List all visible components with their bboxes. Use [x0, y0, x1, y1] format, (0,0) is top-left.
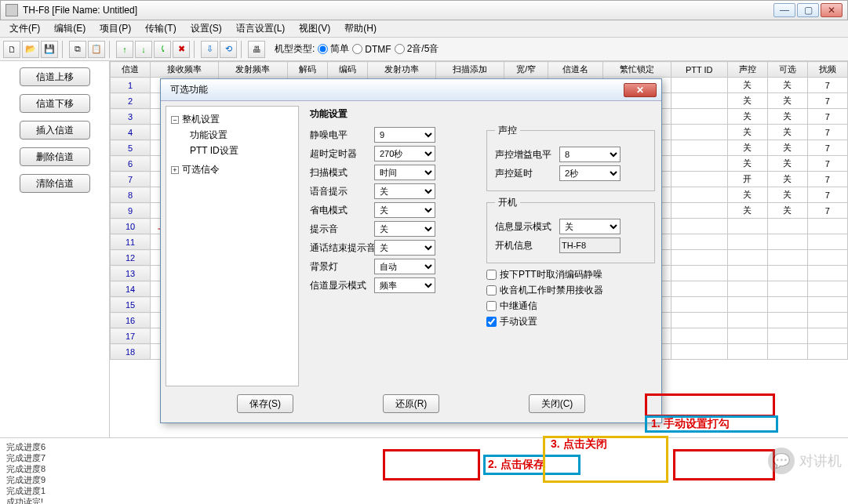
insert-icon[interactable]: ⤹: [154, 41, 171, 58]
field-静噪电平[interactable]: 9: [374, 127, 435, 143]
menu-settings[interactable]: 设置(S): [184, 20, 228, 37]
dialog-tree[interactable]: −整机设置 功能设置 PTT ID设置 +可选信令: [166, 106, 299, 386]
col-header[interactable]: 信道: [111, 62, 151, 78]
write-icon[interactable]: ⟲: [220, 41, 237, 58]
boot-info: [559, 237, 621, 253]
menu-bar: 文件(F) 编辑(E) 项目(P) 传输(T) 设置(S) 语言设置(L) 视图…: [0, 20, 848, 38]
delete-icon[interactable]: ✖: [173, 41, 190, 58]
checkbox-收音机工作时禁用接收器[interactable]: 收音机工作时禁用接收器: [486, 284, 655, 297]
window-titlebar: TH-F8 [File Name: Untitled] — ▢ ✕: [0, 0, 848, 20]
log-panel: 完成进度6完成进度7完成进度8完成进度9完成进度1成功读完!端口关闭。: [0, 437, 848, 504]
chat-icon: 💬: [768, 448, 795, 474]
field-扫描模式[interactable]: 时间: [374, 165, 435, 180]
col-header[interactable]: PTT ID: [671, 62, 727, 78]
field-声控延时[interactable]: 2秒: [559, 165, 621, 181]
menu-file[interactable]: 文件(F): [3, 20, 46, 37]
restore-button[interactable]: 还原(R): [383, 394, 439, 413]
ch-delete-button[interactable]: 删除信道: [20, 147, 90, 166]
form-title: 功能设置: [310, 107, 655, 121]
menu-edit[interactable]: 编辑(E): [48, 20, 92, 37]
field-超时定时器[interactable]: 270秒: [374, 146, 435, 161]
sidebar: 信道上移 信道下移 插入信道 删除信道 清除信道: [0, 61, 110, 437]
window-title: TH-F8 [File Name: Untitled]: [23, 5, 137, 16]
minimize-button[interactable]: —: [773, 3, 795, 17]
col-header[interactable]: 扰频: [807, 62, 847, 78]
col-header[interactable]: 繁忙锁定: [602, 62, 671, 78]
field-声控增益电平[interactable]: 8: [559, 147, 621, 162]
checkbox-手动设置[interactable]: 手动设置: [486, 315, 655, 328]
save-icon[interactable]: 💾: [41, 41, 58, 58]
dialog-title: 可选功能: [170, 83, 208, 96]
col-header[interactable]: 编码: [327, 62, 367, 78]
read-icon[interactable]: ⇩: [201, 41, 218, 58]
radio-2tone[interactable]: 2音/5音: [395, 42, 439, 56]
col-header[interactable]: 宽/窄: [504, 62, 548, 78]
col-header[interactable]: 发射频率: [219, 62, 287, 78]
menu-view[interactable]: 视图(V): [293, 20, 337, 37]
options-dialog: 可选功能 ✕ −整机设置 功能设置 PTT ID设置 +可选信令 功能设置 静噪…: [160, 78, 662, 423]
field-省电模式[interactable]: 关: [374, 202, 435, 218]
up-icon[interactable]: ↑: [116, 41, 133, 58]
checkbox-中继通信[interactable]: 中继通信: [486, 299, 655, 313]
checkbox-按下PTT时取消编码静噪[interactable]: 按下PTT时取消编码静噪: [486, 268, 655, 281]
col-header[interactable]: 发射功率: [367, 62, 435, 78]
tree-ptt[interactable]: PTT ID设置: [190, 143, 293, 158]
ch-clear-button[interactable]: 清除信道: [20, 174, 90, 193]
toolbar: 🗋 📂 💾 ⧉ 📋 ↑ ↓ ⤹ ✖ ⇩ ⟲ 🖶 机型类型: 简单 DTMF 2音…: [0, 38, 848, 61]
save-button[interactable]: 保存(S): [237, 394, 293, 413]
menu-project[interactable]: 项目(P): [93, 20, 137, 37]
paste-icon[interactable]: 📋: [88, 41, 105, 58]
field-信道显示模式[interactable]: 频率: [374, 277, 435, 293]
open-icon[interactable]: 📂: [22, 41, 39, 58]
close-button[interactable]: ✕: [821, 3, 843, 17]
field-通话结束提示音[interactable]: 关: [374, 240, 435, 256]
field-语音提示[interactable]: 关: [374, 183, 435, 199]
ch-insert-button[interactable]: 插入信道: [20, 121, 90, 140]
new-icon[interactable]: 🗋: [3, 41, 20, 58]
col-header[interactable]: 解码: [287, 62, 327, 78]
print-icon[interactable]: 🖶: [248, 41, 265, 58]
radio-simple[interactable]: 简单: [318, 42, 349, 56]
close-dlg-button[interactable]: 关闭(C): [529, 394, 585, 413]
dialog-close-icon[interactable]: ✕: [624, 83, 657, 97]
col-header[interactable]: 声控: [727, 62, 767, 78]
app-icon: [5, 4, 18, 16]
col-header[interactable]: 可选: [767, 62, 807, 78]
down-icon[interactable]: ↓: [135, 41, 152, 58]
radio-dtmf[interactable]: DTMF: [352, 44, 391, 55]
field-提示音[interactable]: 关: [374, 221, 435, 237]
col-header[interactable]: 信道名: [548, 62, 602, 78]
ch-up-button[interactable]: 信道上移: [20, 67, 90, 86]
corner-watermark: 💬 对讲机: [768, 448, 842, 474]
model-type-label: 机型类型:: [275, 42, 315, 56]
ch-down-button[interactable]: 信道下移: [20, 94, 90, 113]
menu-help[interactable]: 帮助(H): [338, 20, 383, 37]
col-header[interactable]: 扫描添加: [435, 62, 504, 78]
maximize-button[interactable]: ▢: [797, 3, 819, 17]
copy-icon[interactable]: ⧉: [69, 41, 86, 58]
field-背景灯[interactable]: 自动: [374, 259, 435, 274]
col-header[interactable]: 接收频率: [151, 62, 219, 78]
tree-func[interactable]: 功能设置: [190, 127, 293, 143]
menu-transfer[interactable]: 传输(T): [139, 20, 182, 37]
menu-language[interactable]: 语言设置(L): [230, 20, 292, 37]
field-信息显示模式[interactable]: 关: [559, 219, 621, 234]
